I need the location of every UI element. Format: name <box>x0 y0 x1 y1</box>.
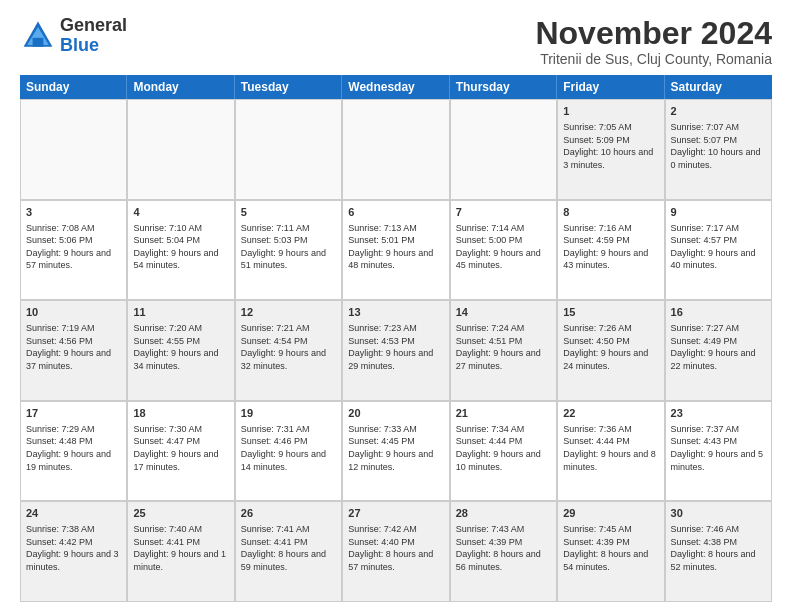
cell-content: Sunrise: 7:20 AM Sunset: 4:55 PM Dayligh… <box>133 322 228 372</box>
cell-content: Sunrise: 7:45 AM Sunset: 4:39 PM Dayligh… <box>563 523 658 573</box>
calendar-cell <box>450 99 557 200</box>
calendar-cell: 30Sunrise: 7:46 AM Sunset: 4:38 PM Dayli… <box>665 501 772 602</box>
day-number: 1 <box>563 104 658 119</box>
calendar-cell: 23Sunrise: 7:37 AM Sunset: 4:43 PM Dayli… <box>665 401 772 502</box>
day-number: 12 <box>241 305 336 320</box>
day-number: 30 <box>671 506 766 521</box>
cell-content: Sunrise: 7:46 AM Sunset: 4:38 PM Dayligh… <box>671 523 766 573</box>
calendar-cell: 26Sunrise: 7:41 AM Sunset: 4:41 PM Dayli… <box>235 501 342 602</box>
day-number: 6 <box>348 205 443 220</box>
day-number: 22 <box>563 406 658 421</box>
calendar-cell: 19Sunrise: 7:31 AM Sunset: 4:46 PM Dayli… <box>235 401 342 502</box>
cell-content: Sunrise: 7:10 AM Sunset: 5:04 PM Dayligh… <box>133 222 228 272</box>
calendar-body: 1Sunrise: 7:05 AM Sunset: 5:09 PM Daylig… <box>20 99 772 602</box>
day-number: 21 <box>456 406 551 421</box>
weekday-header: Wednesday <box>342 75 449 99</box>
calendar-cell: 12Sunrise: 7:21 AM Sunset: 4:54 PM Dayli… <box>235 300 342 401</box>
calendar-cell: 3Sunrise: 7:08 AM Sunset: 5:06 PM Daylig… <box>20 200 127 301</box>
calendar-cell <box>20 99 127 200</box>
calendar: SundayMondayTuesdayWednesdayThursdayFrid… <box>20 75 772 602</box>
cell-content: Sunrise: 7:13 AM Sunset: 5:01 PM Dayligh… <box>348 222 443 272</box>
title-block: November 2024 Tritenii de Sus, Cluj Coun… <box>535 16 772 67</box>
page: General Blue November 2024 Tritenii de S… <box>0 0 792 612</box>
calendar-cell: 14Sunrise: 7:24 AM Sunset: 4:51 PM Dayli… <box>450 300 557 401</box>
svg-rect-2 <box>33 38 44 47</box>
calendar-cell: 6Sunrise: 7:13 AM Sunset: 5:01 PM Daylig… <box>342 200 449 301</box>
day-number: 27 <box>348 506 443 521</box>
day-number: 10 <box>26 305 121 320</box>
cell-content: Sunrise: 7:34 AM Sunset: 4:44 PM Dayligh… <box>456 423 551 473</box>
calendar-cell: 5Sunrise: 7:11 AM Sunset: 5:03 PM Daylig… <box>235 200 342 301</box>
day-number: 18 <box>133 406 228 421</box>
cell-content: Sunrise: 7:23 AM Sunset: 4:53 PM Dayligh… <box>348 322 443 372</box>
cell-content: Sunrise: 7:36 AM Sunset: 4:44 PM Dayligh… <box>563 423 658 473</box>
cell-content: Sunrise: 7:21 AM Sunset: 4:54 PM Dayligh… <box>241 322 336 372</box>
location: Tritenii de Sus, Cluj County, Romania <box>535 51 772 67</box>
calendar-cell: 18Sunrise: 7:30 AM Sunset: 4:47 PM Dayli… <box>127 401 234 502</box>
day-number: 28 <box>456 506 551 521</box>
weekday-header: Saturday <box>665 75 772 99</box>
cell-content: Sunrise: 7:16 AM Sunset: 4:59 PM Dayligh… <box>563 222 658 272</box>
weekday-header: Monday <box>127 75 234 99</box>
cell-content: Sunrise: 7:19 AM Sunset: 4:56 PM Dayligh… <box>26 322 121 372</box>
calendar-cell: 28Sunrise: 7:43 AM Sunset: 4:39 PM Dayli… <box>450 501 557 602</box>
calendar-cell: 27Sunrise: 7:42 AM Sunset: 4:40 PM Dayli… <box>342 501 449 602</box>
cell-content: Sunrise: 7:27 AM Sunset: 4:49 PM Dayligh… <box>671 322 766 372</box>
cell-content: Sunrise: 7:29 AM Sunset: 4:48 PM Dayligh… <box>26 423 121 473</box>
weekday-header: Tuesday <box>235 75 342 99</box>
logo-icon <box>20 18 56 54</box>
month-title: November 2024 <box>535 16 772 51</box>
day-number: 4 <box>133 205 228 220</box>
calendar-cell: 1Sunrise: 7:05 AM Sunset: 5:09 PM Daylig… <box>557 99 664 200</box>
calendar-cell: 21Sunrise: 7:34 AM Sunset: 4:44 PM Dayli… <box>450 401 557 502</box>
day-number: 29 <box>563 506 658 521</box>
cell-content: Sunrise: 7:33 AM Sunset: 4:45 PM Dayligh… <box>348 423 443 473</box>
calendar-cell: 24Sunrise: 7:38 AM Sunset: 4:42 PM Dayli… <box>20 501 127 602</box>
cell-content: Sunrise: 7:38 AM Sunset: 4:42 PM Dayligh… <box>26 523 121 573</box>
calendar-header: SundayMondayTuesdayWednesdayThursdayFrid… <box>20 75 772 99</box>
calendar-cell: 16Sunrise: 7:27 AM Sunset: 4:49 PM Dayli… <box>665 300 772 401</box>
cell-content: Sunrise: 7:42 AM Sunset: 4:40 PM Dayligh… <box>348 523 443 573</box>
day-number: 19 <box>241 406 336 421</box>
day-number: 14 <box>456 305 551 320</box>
cell-content: Sunrise: 7:37 AM Sunset: 4:43 PM Dayligh… <box>671 423 766 473</box>
day-number: 16 <box>671 305 766 320</box>
calendar-cell <box>342 99 449 200</box>
day-number: 20 <box>348 406 443 421</box>
cell-content: Sunrise: 7:26 AM Sunset: 4:50 PM Dayligh… <box>563 322 658 372</box>
logo: General Blue <box>20 16 127 56</box>
header: General Blue November 2024 Tritenii de S… <box>20 16 772 67</box>
calendar-cell: 20Sunrise: 7:33 AM Sunset: 4:45 PM Dayli… <box>342 401 449 502</box>
day-number: 7 <box>456 205 551 220</box>
cell-content: Sunrise: 7:05 AM Sunset: 5:09 PM Dayligh… <box>563 121 658 171</box>
calendar-cell: 29Sunrise: 7:45 AM Sunset: 4:39 PM Dayli… <box>557 501 664 602</box>
day-number: 26 <box>241 506 336 521</box>
calendar-cell: 22Sunrise: 7:36 AM Sunset: 4:44 PM Dayli… <box>557 401 664 502</box>
cell-content: Sunrise: 7:17 AM Sunset: 4:57 PM Dayligh… <box>671 222 766 272</box>
weekday-header: Sunday <box>20 75 127 99</box>
calendar-cell: 4Sunrise: 7:10 AM Sunset: 5:04 PM Daylig… <box>127 200 234 301</box>
day-number: 17 <box>26 406 121 421</box>
logo-text: General Blue <box>60 16 127 56</box>
day-number: 24 <box>26 506 121 521</box>
day-number: 15 <box>563 305 658 320</box>
cell-content: Sunrise: 7:08 AM Sunset: 5:06 PM Dayligh… <box>26 222 121 272</box>
calendar-cell: 10Sunrise: 7:19 AM Sunset: 4:56 PM Dayli… <box>20 300 127 401</box>
weekday-header: Thursday <box>450 75 557 99</box>
calendar-cell: 8Sunrise: 7:16 AM Sunset: 4:59 PM Daylig… <box>557 200 664 301</box>
calendar-cell <box>235 99 342 200</box>
day-number: 11 <box>133 305 228 320</box>
cell-content: Sunrise: 7:30 AM Sunset: 4:47 PM Dayligh… <box>133 423 228 473</box>
day-number: 25 <box>133 506 228 521</box>
cell-content: Sunrise: 7:24 AM Sunset: 4:51 PM Dayligh… <box>456 322 551 372</box>
calendar-cell: 11Sunrise: 7:20 AM Sunset: 4:55 PM Dayli… <box>127 300 234 401</box>
calendar-cell: 17Sunrise: 7:29 AM Sunset: 4:48 PM Dayli… <box>20 401 127 502</box>
calendar-cell: 15Sunrise: 7:26 AM Sunset: 4:50 PM Dayli… <box>557 300 664 401</box>
calendar-cell: 9Sunrise: 7:17 AM Sunset: 4:57 PM Daylig… <box>665 200 772 301</box>
cell-content: Sunrise: 7:07 AM Sunset: 5:07 PM Dayligh… <box>671 121 766 171</box>
day-number: 9 <box>671 205 766 220</box>
cell-content: Sunrise: 7:41 AM Sunset: 4:41 PM Dayligh… <box>241 523 336 573</box>
day-number: 23 <box>671 406 766 421</box>
logo-blue: Blue <box>60 35 99 55</box>
calendar-cell <box>127 99 234 200</box>
